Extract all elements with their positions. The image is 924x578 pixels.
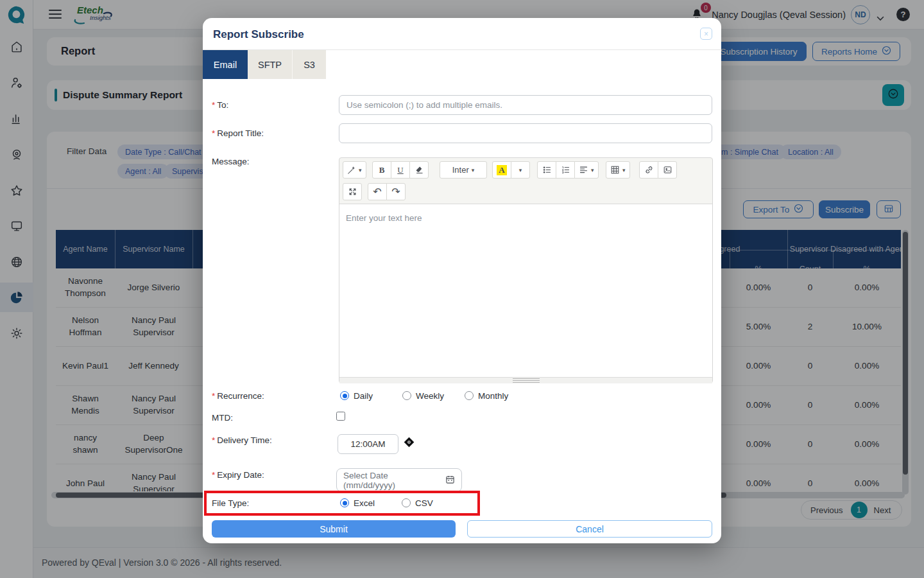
expiry-date-label: *Expiry Date: <box>212 470 264 480</box>
ordered-list-icon[interactable] <box>556 161 575 179</box>
expiry-date-placeholder: Select Date (mm/dd/yyyy) <box>343 471 442 490</box>
calendar-icon <box>445 475 455 486</box>
redo-icon[interactable]: ↷ <box>386 183 406 200</box>
message-editor-body[interactable]: Enter your text here <box>339 204 712 377</box>
submit-button[interactable]: Submit <box>212 520 456 538</box>
editor-resize-handle[interactable] <box>339 377 712 383</box>
radio-weekly-label[interactable]: Weekly <box>416 391 444 401</box>
bold-button[interactable]: B <box>372 161 391 179</box>
font-color-dropdown[interactable]: ▾ <box>511 161 530 179</box>
radio-csv[interactable] <box>402 498 411 507</box>
cancel-button[interactable]: Cancel <box>467 520 712 538</box>
message-label: Message: <box>212 157 250 166</box>
rich-text-editor: ▾ B U Inter▾ A ▾ ▾ ▾ <box>339 157 713 383</box>
fullscreen-icon[interactable] <box>343 183 362 200</box>
app-root: Etech Insights 0 Nancy Dougjlas (Qeval S… <box>0 0 924 578</box>
link-icon[interactable] <box>639 161 658 179</box>
report-title-input[interactable] <box>339 123 712 143</box>
radio-weekly[interactable] <box>402 391 411 400</box>
font-color-button[interactable]: A <box>492 161 511 179</box>
file-type-label: File Type: <box>212 498 249 508</box>
radio-daily-label[interactable]: Daily <box>354 391 373 401</box>
modal-title: Report Subscribe <box>213 28 304 41</box>
font-family-dropdown[interactable]: Inter▾ <box>440 161 487 179</box>
eraser-icon[interactable] <box>409 161 429 179</box>
delivery-time-input[interactable] <box>338 434 398 454</box>
unordered-list-icon[interactable] <box>537 161 556 179</box>
report-title-label: *Report Title: <box>212 128 264 138</box>
message-placeholder: Enter your text here <box>346 213 422 223</box>
radio-monthly[interactable] <box>465 391 474 400</box>
required-marker: * <box>212 470 215 480</box>
radio-daily[interactable] <box>340 391 349 400</box>
tab-sftp[interactable]: SFTP <box>248 50 293 79</box>
required-marker: * <box>212 100 215 110</box>
underline-button[interactable]: U <box>391 161 410 179</box>
expiry-date-input[interactable]: Select Date (mm/dd/yyyy) <box>336 468 462 492</box>
required-marker: * <box>212 435 215 445</box>
radio-excel-label[interactable]: Excel <box>354 498 375 508</box>
to-input[interactable] <box>339 95 712 115</box>
required-marker: * <box>212 391 215 401</box>
required-marker: * <box>212 128 215 138</box>
time-spinner-icon[interactable] <box>404 437 415 450</box>
report-subscribe-modal: Report Subscribe × Email SFTP S3 *To: *R… <box>203 18 721 543</box>
recurrence-label: *Recurrence: <box>212 391 264 401</box>
delivery-time-label: *Delivery Time: <box>212 435 272 445</box>
to-label: *To: <box>212 100 228 110</box>
paragraph-align-dropdown[interactable]: ▾ <box>574 161 599 179</box>
table-insert-dropdown[interactable]: ▾ <box>606 161 630 179</box>
radio-excel[interactable] <box>340 498 349 507</box>
radio-monthly-label[interactable]: Monthly <box>478 391 508 401</box>
image-icon[interactable] <box>658 161 677 179</box>
mtd-checkbox[interactable] <box>336 412 345 421</box>
tab-email[interactable]: Email <box>203 50 248 79</box>
magic-style-button[interactable]: ▾ <box>343 161 366 179</box>
undo-icon[interactable]: ↶ <box>368 183 387 200</box>
tab-s3[interactable]: S3 <box>293 50 326 79</box>
radio-csv-label[interactable]: CSV <box>415 498 433 508</box>
mtd-label: MTD: <box>212 413 233 423</box>
close-icon[interactable]: × <box>700 28 712 40</box>
